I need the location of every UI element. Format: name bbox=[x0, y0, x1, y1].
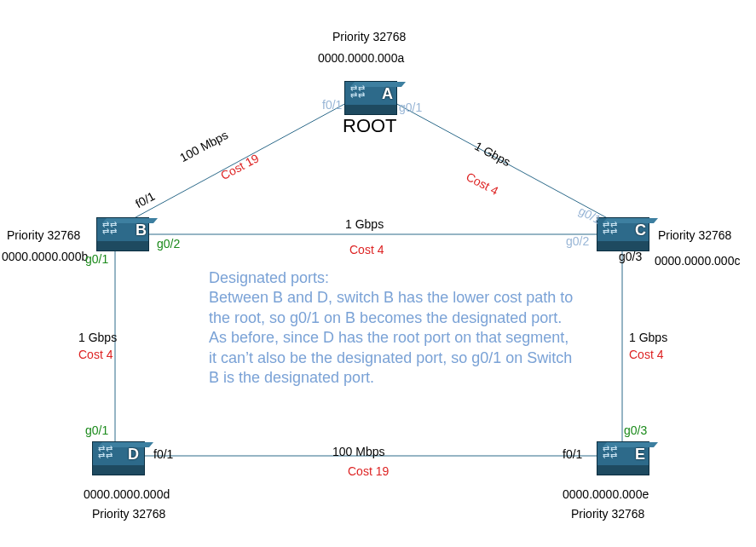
link-AC-cost: Cost 4 bbox=[464, 170, 500, 198]
switch-A-letter: A bbox=[382, 85, 393, 103]
diagram-canvas: ⇄ ⇄ ⇄ ⇄ A Priority 32768 0000.0000.000a … bbox=[0, 0, 756, 547]
switch-D-mac: 0000.0000.000d bbox=[84, 487, 170, 501]
switch-C-letter: C bbox=[635, 222, 646, 239]
link-DE-speed: 100 Mbps bbox=[332, 445, 384, 458]
switch-icon: ⇄ ⇄ ⇄ ⇄ bbox=[603, 446, 616, 459]
link-CE-speed: 1 Gbps bbox=[629, 331, 667, 344]
switch-B-priority: Priority 32768 bbox=[7, 228, 80, 242]
port-C-left: g0/2 bbox=[566, 234, 589, 248]
port-E-up: g0/3 bbox=[624, 423, 647, 437]
switch-B-letter: B bbox=[136, 222, 147, 239]
link-BC-cost: Cost 4 bbox=[349, 243, 384, 256]
port-B-up: f0/1 bbox=[133, 189, 157, 210]
explanation-title: Designated ports: bbox=[209, 268, 575, 288]
switch-E-mac: 0000.0000.000e bbox=[563, 487, 649, 501]
link-AB-cost: Cost 19 bbox=[218, 151, 261, 182]
link-AB-speed: 100 Mbps bbox=[177, 128, 230, 164]
port-C-down: g0/3 bbox=[619, 250, 642, 263]
switch-D-priority: Priority 32768 bbox=[92, 507, 165, 521]
switch-icon: ⇄ ⇄ ⇄ ⇄ bbox=[98, 446, 112, 459]
explanation-text: Designated ports: Between B and D, switc… bbox=[209, 268, 575, 388]
switch-C-mac: 0000.0000.000c bbox=[655, 254, 740, 268]
link-BD-cost: Cost 4 bbox=[78, 348, 113, 361]
switch-icon: ⇄ ⇄ ⇄ ⇄ bbox=[603, 222, 616, 235]
switch-icon: ⇄ ⇄ ⇄ ⇄ bbox=[350, 85, 364, 99]
switch-A-priority: Priority 32768 bbox=[332, 30, 406, 43]
port-A-right: g0/1 bbox=[399, 101, 422, 114]
switch-C-priority: Priority 32768 bbox=[658, 228, 731, 242]
switch-D-letter: D bbox=[128, 446, 139, 464]
port-B-right: g0/2 bbox=[157, 237, 180, 250]
switch-B-mac: 0000.0000.000b bbox=[2, 250, 88, 263]
link-BC-speed: 1 Gbps bbox=[345, 217, 384, 231]
port-B-down: g0/1 bbox=[85, 252, 108, 266]
port-A-left: f0/1 bbox=[322, 98, 342, 112]
link-AC-speed: 1 Gbps bbox=[472, 139, 512, 169]
link-CE-cost: Cost 4 bbox=[629, 348, 663, 361]
port-D-up: g0/1 bbox=[85, 423, 108, 437]
switch-A-mac: 0000.0000.000a bbox=[318, 51, 404, 65]
switch-E-letter: E bbox=[635, 446, 645, 464]
explanation-body: Between B and D, switch B has the lower … bbox=[209, 288, 575, 388]
root-label: ROOT bbox=[343, 115, 397, 137]
switch-E-priority: Priority 32768 bbox=[571, 507, 644, 521]
port-D-right: f0/1 bbox=[153, 447, 173, 461]
switch-icon: ⇄ ⇄ ⇄ ⇄ bbox=[102, 222, 116, 235]
link-BD-speed: 1 Gbps bbox=[78, 331, 117, 344]
link-DE-cost: Cost 19 bbox=[348, 464, 389, 478]
port-E-left: f0/1 bbox=[563, 447, 582, 461]
